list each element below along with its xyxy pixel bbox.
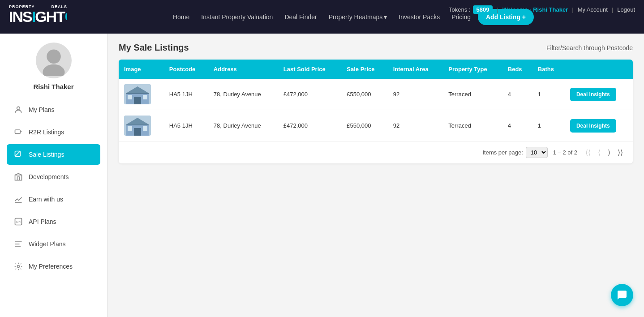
cell-beds: 4 — [502, 79, 532, 110]
nav-property-heatmaps[interactable]: Property Heatmaps ▾ — [324, 11, 392, 23]
svg-point-13 — [17, 266, 20, 268]
svg-point-2 — [17, 107, 20, 110]
svg-rect-25 — [128, 126, 132, 131]
sidebar-item-widget-plans[interactable]: Widget Plans — [7, 234, 100, 254]
table-row: HA5 1JH78, Durley Avenue£472,000£550,000… — [119, 110, 633, 141]
svg-rect-18 — [128, 95, 132, 99]
cell-image — [119, 110, 164, 141]
svg-rect-3 — [15, 130, 21, 133]
cell-postcode: HA5 1JH — [164, 79, 208, 110]
cell-image — [119, 79, 164, 110]
sidebar-label-r2r: R2R Listings — [29, 129, 64, 136]
col-beds: Beds — [502, 60, 532, 79]
svg-line-5 — [15, 151, 21, 157]
cell-last_sold_price: £472,000 — [278, 79, 342, 110]
property-thumbnail — [124, 116, 151, 136]
cell-property_type: Terraced — [443, 79, 502, 110]
welcome-text: Welcome - Rishi Thaker — [502, 6, 568, 13]
tokens-value: 5809 — [473, 5, 493, 14]
next-page-button[interactable]: ⟩ — [605, 147, 613, 158]
sidebar-item-sale-listings[interactable]: Sale Listings — [7, 144, 100, 165]
cell-sale_price: £550,000 — [341, 110, 387, 141]
col-action — [565, 60, 633, 79]
prev-page-button[interactable]: ⟨ — [595, 147, 603, 158]
cell-internal_area: 92 — [388, 110, 443, 141]
user-icon — [13, 105, 23, 115]
items-per-page: Items per page: 10 25 50 — [482, 147, 547, 158]
col-postcode: Postcode — [164, 60, 208, 79]
sidebar-label-preferences: My Preferences — [29, 263, 73, 270]
logout-link[interactable]: Logout — [617, 6, 635, 13]
filter-search-label[interactable]: Filter/Search through Postcode — [546, 44, 633, 51]
chat-bubble[interactable] — [611, 284, 633, 306]
deal-insights-button[interactable]: Deal Insights — [570, 119, 616, 133]
navbar: PROPERTY DEALS INSIGHT Tokens : 5809 | W… — [0, 0, 644, 34]
gear-icon — [13, 261, 23, 271]
svg-point-1 — [43, 64, 64, 76]
chart-icon — [13, 194, 23, 204]
listings-table-wrapper: Image Postcode Address Last Sold Price S… — [119, 60, 633, 163]
main-layout: Rishi Thaker My Plans R2R Listings — [0, 34, 644, 317]
logo-main: INSIGHT — [9, 9, 67, 24]
main-content: My Sale Listings Filter/Search through P… — [107, 34, 644, 317]
svg-point-0 — [47, 50, 61, 64]
sidebar-item-api-plans[interactable]: API API Plans — [7, 211, 100, 232]
col-baths: Baths — [532, 60, 565, 79]
sidebar-item-earn-with-us[interactable]: Earn with us — [7, 189, 100, 210]
property-thumbnail — [124, 84, 151, 104]
sidebar-item-r2r-listings[interactable]: R2R Listings — [7, 122, 100, 142]
cell-postcode: HA5 1JH — [164, 110, 208, 141]
nav-investor-packs[interactable]: Investor Packs — [394, 11, 444, 23]
last-page-button[interactable]: ⟩⟩ — [615, 147, 626, 158]
per-page-select[interactable]: 10 25 50 — [526, 147, 548, 158]
cell-last_sold_price: £472,000 — [278, 110, 342, 141]
content-header: My Sale Listings Filter/Search through P… — [119, 43, 633, 53]
cell-property_type: Terraced — [443, 110, 502, 141]
sidebar-nav: My Plans R2R Listings Sale Listings — [0, 99, 107, 278]
key-icon — [13, 127, 23, 137]
col-address: Address — [208, 60, 278, 79]
sidebar-item-developments[interactable]: Developments — [7, 167, 100, 187]
svg-text:API: API — [16, 220, 21, 223]
deal-insights-button[interactable]: Deal Insights — [570, 88, 616, 101]
svg-rect-6 — [15, 175, 22, 180]
navbar-user-info: Tokens : 5809 | Welcome - Rishi Thaker |… — [449, 5, 635, 14]
sidebar-label-sale-listings: Sale Listings — [29, 151, 64, 158]
table-row: HA5 1JH78, Durley Avenue£472,000£550,000… — [119, 79, 633, 110]
building-icon — [13, 172, 23, 182]
sidebar-label-developments: Developments — [29, 173, 69, 180]
col-last-sold: Last Sold Price — [278, 60, 342, 79]
col-sale-price: Sale Price — [341, 60, 387, 79]
api-icon: API — [13, 217, 23, 227]
cell-address: 78, Durley Avenue — [208, 110, 278, 141]
user-name: Rishi Thaker — [33, 83, 73, 90]
sidebar: Rishi Thaker My Plans R2R Listings — [0, 34, 107, 317]
logo[interactable]: PROPERTY DEALS INSIGHT — [9, 4, 67, 29]
nav-instant-valuation[interactable]: Instant Property Valuation — [197, 11, 277, 23]
items-per-page-label: Items per page: — [482, 149, 523, 156]
col-image: Image — [119, 60, 164, 79]
svg-rect-17 — [134, 97, 141, 104]
cell-action: Deal Insights — [565, 110, 633, 141]
my-account-link[interactable]: My Account — [578, 6, 608, 13]
sidebar-label-my-plans: My Plans — [29, 106, 55, 113]
sidebar-item-my-plans[interactable]: My Plans — [7, 99, 100, 120]
page-title: My Sale Listings — [119, 43, 189, 53]
cell-sale_price: £550,000 — [341, 79, 387, 110]
first-page-button[interactable]: ⟨⟨ — [583, 147, 593, 158]
col-internal-area: Internal Area — [388, 60, 443, 79]
svg-rect-24 — [134, 128, 141, 136]
pagination-buttons: ⟨⟨ ⟨ ⟩ ⟩⟩ — [583, 147, 626, 158]
avatar — [36, 43, 72, 78]
sidebar-label-widget: Widget Plans — [29, 240, 65, 248]
cell-address: 78, Durley Avenue — [208, 79, 278, 110]
sidebar-item-my-preferences[interactable]: My Preferences — [7, 256, 100, 277]
listings-table: Image Postcode Address Last Sold Price S… — [119, 60, 633, 141]
nav-deal-finder[interactable]: Deal Finder — [280, 11, 321, 23]
nav-home[interactable]: Home — [168, 11, 194, 23]
cell-baths: 1 — [532, 79, 565, 110]
svg-rect-20 — [126, 93, 149, 94]
tokens-label: Tokens : — [449, 6, 470, 13]
chevron-down-icon: ▾ — [384, 13, 387, 21]
sidebar-label-api: API Plans — [29, 218, 56, 225]
